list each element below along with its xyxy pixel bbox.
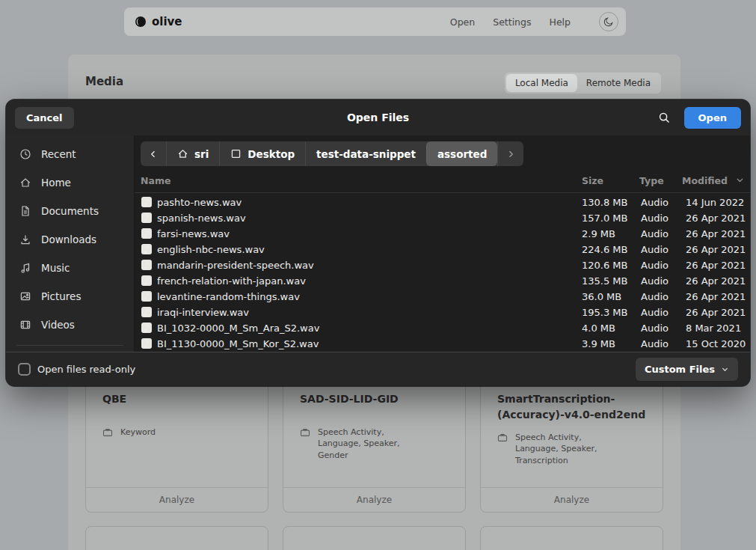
nav-links: Open Settings Help — [450, 12, 618, 31]
card-capabilities: Keyword — [102, 427, 230, 438]
audio-file-icon: ♪ — [141, 260, 152, 270]
sidebar-item-documents[interactable]: Documents — [6, 197, 134, 225]
file-row[interactable]: ♪ spanish-news.wav 157.0 MB Audio 26 Apr… — [135, 212, 750, 227]
olive-logo-icon — [135, 16, 147, 28]
analyze-button[interactable]: Analyze — [86, 487, 268, 512]
file-row[interactable]: ♪ french-relation-with-japan.wav 135.5 M… — [135, 275, 750, 290]
file-row[interactable]: ♪ iraqi-interview.wav 195.3 MB Audio 26 … — [135, 306, 750, 322]
sidebar-item-videos[interactable]: Videos — [6, 311, 134, 339]
home-icon — [177, 148, 188, 159]
breadcrumb-item-test-data-snippet[interactable]: test-data-snippet — [305, 141, 426, 166]
brand-logo[interactable]: olive — [135, 15, 182, 28]
table-header: Name Size Type Modified — [135, 169, 750, 193]
film-icon — [19, 319, 31, 331]
file-row[interactable]: ♪ mandarin-president-speech.wav 120.6 MB… — [135, 259, 750, 275]
sidebar-item-recent[interactable]: Recent — [6, 140, 134, 168]
local-media-button[interactable]: Local Media — [506, 74, 577, 92]
briefcase-icon — [300, 427, 310, 438]
analysis-card-sad-sid-lid-gid: SAD-SID-LID-GID Speech Activity, Languag… — [283, 378, 466, 513]
desktop-icon — [230, 148, 242, 159]
media-source-toggle: Local Media Remote Media — [505, 73, 661, 94]
column-header-name[interactable]: Name — [141, 175, 170, 186]
sidebar-item-home[interactable]: Home — [6, 168, 134, 197]
nav-link-help[interactable]: Help — [550, 16, 571, 28]
breadcrumb-back-icon[interactable] — [141, 141, 166, 166]
breadcrumb-item-desktop[interactable]: Desktop — [219, 141, 305, 166]
sidebar-item-downloads[interactable]: Downloads — [6, 225, 134, 254]
open-button[interactable]: Open — [684, 107, 741, 129]
page-title: Media — [85, 75, 123, 88]
breadcrumb-item-sri[interactable]: sri — [166, 141, 219, 166]
app-navbar: olive Open Settings Help — [124, 7, 626, 36]
breadcrumb-item-assorted[interactable]: assorted — [426, 141, 497, 166]
audio-file-icon: ♪ — [141, 291, 152, 302]
readonly-checkbox[interactable] — [18, 363, 31, 376]
card-capabilities: Speech Activity, Language, Speaker, Gend… — [300, 427, 427, 461]
home-icon — [19, 177, 31, 189]
card-capabilities: Speech Activity, Language, Speaker, Tran… — [497, 432, 624, 466]
chevron-down-icon — [721, 365, 729, 373]
brand-name: olive — [152, 15, 182, 28]
analysis-card-partial — [283, 526, 466, 550]
analysis-card-partial — [480, 526, 663, 550]
moon-icon — [603, 16, 614, 27]
file-row[interactable]: ♪ BI_1032-0000_M_Sm_Ara_S2.wav 4.0 MB Au… — [135, 322, 750, 337]
cancel-button[interactable]: Cancel — [15, 107, 74, 129]
audio-file-icon: ♪ — [141, 275, 152, 286]
breadcrumb: sri Desktop test-data-snippet assorted — [141, 141, 523, 166]
sidebar-divider — [16, 345, 123, 346]
audio-file-icon: ♪ — [141, 213, 152, 223]
audio-file-icon: ♪ — [141, 323, 152, 333]
breadcrumb-forward-icon[interactable] — [497, 141, 523, 166]
clock-icon — [19, 148, 31, 160]
card-title: SmartTranscription-(Accuracy)-v4.0-end2e… — [497, 391, 646, 423]
briefcase-icon — [497, 432, 508, 443]
column-header-type[interactable]: Type — [639, 175, 664, 186]
analysis-card-qbe: QBE Keyword Analyze — [85, 378, 268, 513]
analysis-card-smarttranscription: SmartTranscription-(Accuracy)-v4.0-end2e… — [480, 378, 663, 513]
dialog-title: Open Files — [6, 111, 750, 123]
card-title: QBE — [102, 391, 251, 407]
column-header-size[interactable]: Size — [582, 175, 603, 186]
audio-file-icon: ♪ — [141, 197, 152, 207]
analyze-button[interactable]: Analyze — [283, 487, 465, 512]
file-row[interactable]: ♪ english-nbc-news.wav 224.6 MB Audio 26… — [135, 243, 750, 259]
analysis-card-partial — [85, 526, 268, 550]
audio-file-icon: ♪ — [141, 307, 152, 317]
theme-toggle-button[interactable] — [599, 12, 618, 31]
file-list: ♪ pashto-news.wav 130.8 MB Audio 14 Jun … — [135, 196, 750, 352]
screen: olive Open Settings Help Media Local Med… — [0, 0, 756, 550]
file-row[interactable]: ♪ farsi-news.wav 2.9 MB Audio 26 Apr 202… — [135, 227, 750, 243]
file-filter-dropdown[interactable]: Custom Files — [636, 358, 738, 381]
audio-file-icon: ♪ — [141, 228, 152, 239]
file-row[interactable]: ♪ BI_1130-0000_M_Sm_Kor_S2.wav 3.9 MB Au… — [135, 337, 750, 352]
remote-media-button[interactable]: Remote Media — [577, 74, 660, 92]
nav-link-open[interactable]: Open — [450, 16, 475, 28]
dialog-headerbar: Cancel Open Files Open — [6, 100, 750, 135]
file-row[interactable]: ♪ levantine-random-things.wav 36.0 MB Au… — [135, 290, 750, 306]
analyze-button[interactable]: Analyze — [481, 487, 663, 512]
picture-icon — [19, 290, 31, 302]
readonly-label: Open files read-only — [37, 364, 135, 375]
sort-direction-icon[interactable] — [735, 175, 745, 185]
open-files-dialog: Cancel Open Files Open Recent Home — [6, 100, 750, 386]
download-icon — [19, 233, 31, 245]
search-icon[interactable] — [658, 111, 671, 124]
audio-file-icon: ♪ — [141, 244, 152, 254]
music-note-icon — [19, 262, 31, 274]
dialog-footer: Open files read-only Custom Files — [6, 352, 750, 386]
card-title: SAD-SID-LID-GID — [300, 391, 449, 407]
sidebar-item-pictures[interactable]: Pictures — [6, 282, 134, 311]
sidebar-item-music[interactable]: Music — [6, 254, 134, 282]
column-header-modified[interactable]: Modified — [682, 175, 728, 186]
briefcase-icon — [102, 427, 113, 438]
places-sidebar: Recent Home Documents Downloads Music — [6, 135, 135, 352]
audio-file-icon: ♪ — [141, 338, 152, 349]
nav-link-settings[interactable]: Settings — [493, 16, 531, 28]
document-icon — [19, 205, 31, 217]
file-browser: sri Desktop test-data-snippet assorted — [135, 135, 750, 352]
file-row[interactable]: ♪ pashto-news.wav 130.8 MB Audio 14 Jun … — [135, 196, 750, 212]
